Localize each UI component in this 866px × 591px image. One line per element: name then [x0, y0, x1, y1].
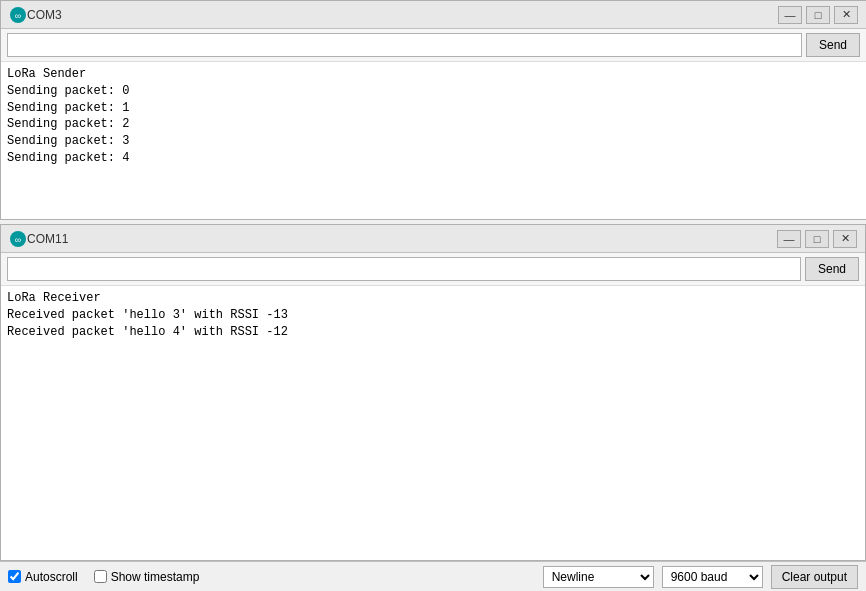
com3-close-button[interactable]: ✕	[834, 6, 858, 24]
timestamp-text: Show timestamp	[111, 570, 200, 584]
com11-maximize-button[interactable]: □	[805, 230, 829, 248]
com11-titlebar: ∞ COM11 — □ ✕	[1, 225, 865, 253]
com3-serial-output: LoRa Sender Sending packet: 0 Sending pa…	[1, 62, 866, 219]
com3-window: ∞ COM3 — □ ✕ Send LoRa Sender Sending pa…	[0, 0, 866, 220]
timestamp-label[interactable]: Show timestamp	[94, 570, 200, 584]
com11-controls: — □ ✕	[777, 230, 857, 248]
clear-output-button[interactable]: Clear output	[771, 565, 858, 589]
com3-controls: — □ ✕	[778, 6, 858, 24]
com11-send-button[interactable]: Send	[805, 257, 859, 281]
baud-select[interactable]: 300 baud1200 baud2400 baud4800 baud9600 …	[662, 566, 763, 588]
status-bar: Autoscroll Show timestamp No line ending…	[0, 561, 866, 591]
com11-toolbar: Send	[1, 253, 865, 286]
com3-maximize-button[interactable]: □	[806, 6, 830, 24]
com11-window: ∞ COM11 — □ ✕ Send LoRa Receiver Receive…	[0, 224, 866, 561]
com11-close-button[interactable]: ✕	[833, 230, 857, 248]
autoscroll-text: Autoscroll	[25, 570, 78, 584]
com3-send-button[interactable]: Send	[806, 33, 860, 57]
autoscroll-label[interactable]: Autoscroll	[8, 570, 78, 584]
com3-title: COM3	[27, 8, 778, 22]
com3-toolbar: Send	[1, 29, 866, 62]
arduino-icon-com3: ∞	[9, 6, 27, 24]
arduino-icon-com11: ∞	[9, 230, 27, 248]
status-bar-right: No line endingNewlineCarriage returnBoth…	[543, 565, 858, 589]
svg-text:∞: ∞	[15, 11, 21, 21]
svg-text:∞: ∞	[15, 235, 21, 245]
com11-title: COM11	[27, 232, 777, 246]
com11-serial-input[interactable]	[7, 257, 801, 281]
com3-serial-input[interactable]	[7, 33, 802, 57]
com3-minimize-button[interactable]: —	[778, 6, 802, 24]
com11-serial-output: LoRa Receiver Received packet 'hello 3' …	[1, 286, 865, 560]
timestamp-checkbox[interactable]	[94, 570, 107, 583]
com3-titlebar: ∞ COM3 — □ ✕	[1, 1, 866, 29]
com11-minimize-button[interactable]: —	[777, 230, 801, 248]
autoscroll-checkbox[interactable]	[8, 570, 21, 583]
newline-select[interactable]: No line endingNewlineCarriage returnBoth…	[543, 566, 654, 588]
